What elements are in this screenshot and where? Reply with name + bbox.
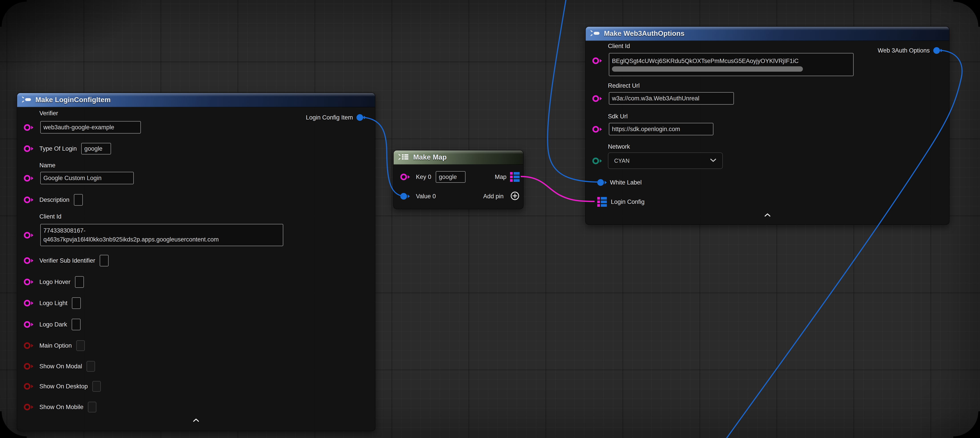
add-pin-row[interactable]: Add pin	[483, 190, 523, 202]
name-input[interactable]: Google Custom Login	[40, 172, 134, 184]
client-id-pin[interactable]	[24, 232, 33, 239]
redirect-url-input[interactable]: w3a://com.w3a.Web3AuthUnreal	[609, 92, 734, 105]
white-label-label: White Label	[610, 179, 642, 186]
output-row-login-config-item: Login Config Item	[306, 111, 375, 124]
name-pin[interactable]	[24, 175, 33, 182]
viewport-corner	[0, 0, 27, 27]
add-pin-icon[interactable]	[510, 191, 520, 201]
key-0-label: Key 0	[416, 174, 431, 180]
verifier-label: Verifier	[40, 110, 58, 117]
description-pin[interactable]	[24, 196, 33, 203]
logo-dark-row: Logo Dark	[17, 318, 375, 331]
type-of-login-pin[interactable]	[24, 145, 33, 152]
show-on-desktop-label: Show On Desktop	[40, 383, 88, 390]
show-on-desktop-pin[interactable]	[24, 383, 33, 390]
show-on-modal-pin[interactable]	[24, 363, 33, 370]
main-option-label: Main Option	[40, 342, 72, 349]
output-pin-label: Web 3Auth Options	[878, 47, 930, 54]
logo-dark-input[interactable]	[72, 319, 81, 330]
chevron-down-icon	[710, 158, 716, 163]
verifier-sub-identifier-row: Verifier Sub Identifier	[17, 254, 375, 267]
show-on-modal-row: Show On Modal	[17, 360, 375, 373]
sdk-url-pin[interactable]	[592, 126, 602, 133]
viewport-corner	[953, 411, 980, 438]
client-id-scrollbar[interactable]	[612, 66, 803, 72]
login-config-row: Login Config	[586, 196, 949, 208]
node-header: Make Web3AuthOptions	[586, 27, 949, 41]
key-0-input[interactable]: google	[436, 171, 466, 183]
verifier-sub-identifier-input[interactable]	[100, 255, 108, 266]
viewport-corner	[953, 0, 980, 27]
show-on-desktop-checkbox[interactable]	[92, 381, 101, 392]
logo-hover-row: Logo Hover	[17, 276, 375, 288]
network-selected-value: CYAN	[614, 158, 630, 164]
description-input[interactable]	[74, 194, 83, 205]
show-on-mobile-checkbox[interactable]	[88, 402, 96, 413]
show-on-mobile-row: Show On Mobile	[17, 401, 375, 413]
output-pin-label: Login Config Item	[306, 114, 353, 121]
map-output-pin[interactable]	[510, 172, 520, 182]
logo-hover-pin[interactable]	[24, 279, 33, 285]
logo-light-row: Logo Light	[17, 297, 375, 309]
logo-light-label: Logo Light	[40, 300, 67, 307]
main-option-checkbox[interactable]	[76, 340, 85, 351]
main-option-pin[interactable]	[24, 342, 33, 349]
output-row-web3auth-options: Web 3Auth Options	[878, 44, 949, 57]
client-id-pin[interactable]	[592, 57, 602, 64]
make-map-icon	[398, 153, 410, 162]
node-title: Make LoginConfigItem	[35, 96, 111, 104]
white-label-row: White Label	[586, 176, 949, 189]
node-make-map[interactable]: Make Map Key 0 google Map Value 0 A	[393, 150, 523, 209]
logo-hover-label: Logo Hover	[40, 279, 70, 285]
logo-light-input[interactable]	[72, 297, 81, 309]
description-row: Description	[17, 194, 375, 206]
node-header: Make Map	[394, 150, 523, 165]
node-header: Make LoginConfigItem	[17, 93, 375, 107]
show-on-desktop-row: Show On Desktop	[17, 380, 375, 393]
network-label: Network	[608, 143, 630, 150]
value-0-pin[interactable]	[400, 193, 410, 200]
sdk-url-input[interactable]: https://sdk.openlogin.com	[609, 123, 713, 135]
show-on-mobile-pin[interactable]	[24, 404, 33, 410]
key-0-pin[interactable]	[400, 174, 410, 180]
redirect-url-pin[interactable]	[592, 95, 602, 102]
name-label: Name	[40, 162, 56, 169]
node-make-web3auth-options[interactable]: Make Web3AuthOptions Web 3Auth Options C…	[585, 26, 950, 225]
logo-light-pin[interactable]	[24, 300, 33, 306]
type-of-login-label: Type Of Login	[40, 145, 77, 152]
verifier-sub-identifier-pin[interactable]	[24, 257, 33, 264]
verifier-pin[interactable]	[24, 124, 33, 131]
node-title: Make Web3AuthOptions	[604, 30, 684, 38]
collapse-chevron-icon[interactable]	[193, 419, 199, 423]
login-config-item-output-pin[interactable]	[356, 114, 366, 121]
login-config-label: Login Config	[611, 199, 645, 205]
network-dropdown[interactable]: CYAN	[608, 153, 723, 169]
verifier-input[interactable]: web3auth-google-example	[40, 121, 141, 134]
logo-dark-label: Logo Dark	[40, 321, 67, 328]
add-pin-label: Add pin	[483, 193, 504, 200]
logo-hover-input[interactable]	[75, 276, 84, 288]
logo-dark-pin[interactable]	[24, 321, 33, 328]
show-on-modal-label: Show On Modal	[40, 363, 82, 370]
show-on-modal-checkbox[interactable]	[87, 361, 95, 372]
make-struct-icon	[590, 29, 600, 38]
description-label: Description	[40, 196, 69, 204]
node-make-login-config-item[interactable]: Make LoginConfigItem Login Config Item V…	[17, 92, 375, 431]
web3auth-options-output-pin[interactable]	[933, 47, 943, 54]
client-id-input[interactable]: BEglQSgt4cUWcj6SKRdu5QkOXTsePmMcusG5EAoy…	[609, 53, 854, 76]
network-pin[interactable]	[592, 158, 602, 164]
collapse-chevron-icon[interactable]	[764, 213, 771, 218]
redirect-url-label: Redirect Url	[608, 82, 640, 89]
type-of-login-input[interactable]: google	[81, 143, 111, 154]
type-of-login-row: Type Of Login google	[17, 142, 375, 155]
map-output-row: Map	[495, 171, 523, 183]
sdk-url-label: Sdk Url	[608, 113, 628, 120]
client-id-label: Client Id	[40, 213, 61, 220]
map-output-label: Map	[495, 174, 506, 180]
blueprint-graph-canvas[interactable]: Make LoginConfigItem Login Config Item V…	[0, 0, 980, 438]
client-id-label: Client Id	[608, 43, 630, 49]
make-struct-icon	[22, 96, 32, 104]
white-label-pin[interactable]	[597, 179, 607, 186]
login-config-pin[interactable]	[597, 197, 607, 207]
client-id-input[interactable]: 774338308167- q463s7kpvja16l4l0kko3nb925…	[40, 224, 283, 246]
